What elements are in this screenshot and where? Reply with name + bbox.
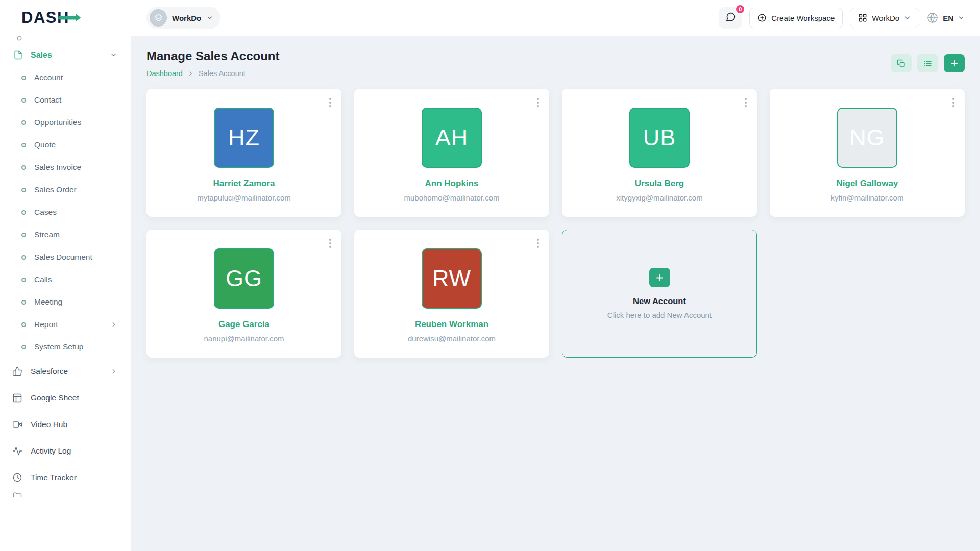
account-email: mytapuluci@mailinator.com <box>197 193 291 202</box>
create-workspace-button[interactable]: Create Workspace <box>749 8 843 28</box>
sales-subnav: Account Contact Opportunities Quote Sale… <box>9 66 121 358</box>
circle-icon <box>21 300 26 305</box>
sidebar-item-label: Report <box>34 320 58 329</box>
activity-icon <box>12 446 22 456</box>
account-email: kyfin@mailinator.com <box>831 193 904 202</box>
sidebar-item-video-hub[interactable]: Video Hub <box>9 411 121 438</box>
workspace-icon <box>150 9 167 27</box>
sidebar-item-partial-top[interactable] <box>12 36 121 42</box>
kebab-menu-icon[interactable] <box>950 96 957 109</box>
dash-logo[interactable]: DASH <box>21 9 69 27</box>
avatar: GG <box>214 248 274 309</box>
account-card[interactable]: UB Ursula Berg xitygyxig@mailinator.com <box>562 89 757 217</box>
new-account-plus-button[interactable] <box>649 268 670 287</box>
kebab-menu-icon[interactable] <box>327 96 333 109</box>
account-email: durewisu@mailinator.com <box>408 334 496 343</box>
kebab-menu-icon[interactable] <box>743 96 749 109</box>
circle-icon <box>21 98 26 103</box>
sidebar-item-sales-document[interactable]: Sales Document <box>9 246 121 268</box>
account-name[interactable]: Nigel Galloway <box>837 179 898 189</box>
plus-circle-icon <box>757 13 767 22</box>
sidebar-item-time-tracker[interactable]: Time Tracker <box>9 464 121 491</box>
page-header: Manage Sales Account Dashboard Sales Acc… <box>146 49 965 78</box>
circle-icon <box>21 233 26 237</box>
sidebar-item-label: Time Tracker <box>31 473 77 482</box>
sidebar-item-cases[interactable]: Cases <box>9 201 121 223</box>
list-view-button[interactable] <box>917 54 938 72</box>
account-card[interactable]: HZ Harriet Zamora mytapuluci@mailinator.… <box>146 89 341 217</box>
circle-icon <box>21 165 26 170</box>
sidebar-item-meeting[interactable]: Meeting <box>9 291 121 313</box>
account-email: xitygyxig@mailinator.com <box>616 193 702 202</box>
account-name[interactable]: Ursula Berg <box>635 179 684 189</box>
language-selector[interactable]: EN <box>926 12 965 24</box>
circle-icon <box>21 322 26 327</box>
sidebar-nav: Sales Account Contact Opportunities Quot… <box>0 36 131 551</box>
folder-icon <box>12 494 22 497</box>
kebab-menu-icon[interactable] <box>327 237 333 250</box>
language-code: EN <box>943 14 953 22</box>
sidebar-item-label: Sales Invoice <box>34 163 81 172</box>
sidebar-item-opportunities[interactable]: Opportunities <box>9 111 121 134</box>
account-card[interactable]: GG Gage Garcia nanupi@mailinator.com <box>146 230 341 358</box>
new-account-card[interactable]: New Account Click here to add New Accoun… <box>562 230 757 358</box>
list-icon <box>923 59 932 68</box>
circle-icon <box>21 345 26 349</box>
sidebar-item-label: Sales Document <box>34 253 92 262</box>
logo-green-dash <box>58 16 80 20</box>
sidebar-item-sales[interactable]: Sales <box>9 43 121 66</box>
account-name[interactable]: Gage Garcia <box>218 319 270 330</box>
sidebar-item-label: Sales Order <box>34 185 77 194</box>
account-name[interactable]: Harriet Zamora <box>213 179 275 189</box>
messages-button[interactable]: 0 <box>719 7 742 29</box>
sidebar-item-sales-order[interactable]: Sales Order <box>9 179 121 201</box>
account-card[interactable]: RW Reuben Workman durewisu@mailinator.co… <box>354 230 549 358</box>
breadcrumb: Dashboard Sales Account <box>146 69 280 78</box>
sidebar-item-label: Salesforce <box>31 367 68 376</box>
logo-row: DASH <box>0 0 131 36</box>
account-email: mubohomo@mailinator.com <box>404 193 500 202</box>
export-button[interactable] <box>891 54 912 72</box>
dashboard-icon <box>12 36 121 42</box>
new-account-title: New Account <box>633 296 686 306</box>
sidebar-item-quote[interactable]: Quote <box>9 134 121 156</box>
sidebar-item-calls[interactable]: Calls <box>9 268 121 291</box>
sidebar-item-label: Quote <box>34 140 56 149</box>
account-name[interactable]: Reuben Workman <box>415 319 488 330</box>
breadcrumb-dashboard-link[interactable]: Dashboard <box>146 69 183 78</box>
sidebar-item-stream[interactable]: Stream <box>9 223 121 246</box>
chevron-down-icon <box>958 14 965 21</box>
sidebar-item-label: Activity Log <box>31 446 71 456</box>
sidebar-item-salesforce[interactable]: Salesforce <box>9 358 121 385</box>
sidebar-item-google-sheet[interactable]: Google Sheet <box>9 385 121 411</box>
sidebar-item-contact[interactable]: Contact <box>9 89 121 111</box>
kebab-menu-icon[interactable] <box>535 96 541 109</box>
workspace-selector[interactable]: WorkDo <box>146 7 220 29</box>
sidebar-item-system-setup[interactable]: System Setup <box>9 336 121 358</box>
circle-icon <box>21 188 26 192</box>
clock-icon <box>12 472 22 483</box>
avatar: NG <box>837 108 897 168</box>
sidebar-item-account[interactable]: Account <box>9 66 121 89</box>
avatar: UB <box>629 108 690 168</box>
sidebar-item-partial-bottom[interactable] <box>12 491 121 497</box>
sidebar-item-activity-log[interactable]: Activity Log <box>9 438 121 464</box>
sidebar-item-label: Meeting <box>34 297 62 307</box>
sidebar-item-label: Contact <box>34 95 61 105</box>
avatar: RW <box>422 248 482 309</box>
sidebar-item-report[interactable]: Report <box>9 313 121 336</box>
circle-icon <box>21 120 26 125</box>
sidebar-item-label: Cases <box>34 208 57 217</box>
workspace-name: WorkDo <box>172 14 201 22</box>
account-name[interactable]: Ann Hopkins <box>425 179 479 189</box>
workdo-menu-label: WorkDo <box>872 14 899 22</box>
workdo-menu-button[interactable]: WorkDo <box>850 8 919 28</box>
account-card[interactable]: NG Nigel Galloway kyfin@mailinator.com <box>770 89 965 217</box>
add-account-button[interactable] <box>944 54 965 72</box>
account-card[interactable]: AH Ann Hopkins mubohomo@mailinator.com <box>354 89 549 217</box>
topbar-right: 0 Create Workspace WorkDo <box>719 7 965 29</box>
sidebar-item-sales-invoice[interactable]: Sales Invoice <box>9 156 121 179</box>
chevron-right-icon <box>110 321 117 328</box>
topbar: WorkDo 0 Create Workspace <box>131 0 980 36</box>
kebab-menu-icon[interactable] <box>535 237 541 250</box>
